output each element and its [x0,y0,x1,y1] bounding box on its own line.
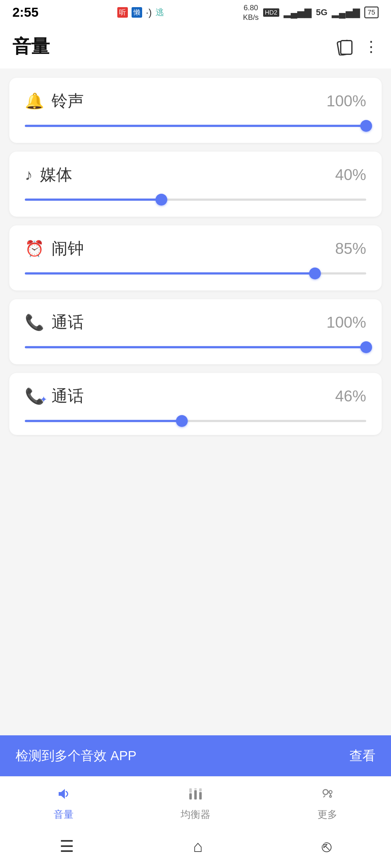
svg-rect-5 [189,788,192,793]
nav-item-equalizer[interactable]: 均衡器 [180,786,211,822]
svg-rect-2 [189,793,192,800]
notif-icon-2: 懒 [132,7,142,18]
bell-icon: 🔔 [25,92,44,110]
alarm-card: ⏰ 闹钟 85% [9,225,382,290]
btcall-thumb[interactable] [176,415,188,427]
call-fill [25,346,366,348]
btcall-slider-container[interactable] [25,420,366,423]
svg-rect-4 [199,792,202,800]
notif-icon-1: 听 [117,7,128,18]
media-card: ♪ 媒体 40% [9,152,382,217]
btcall-percent: 46% [335,387,366,405]
svg-rect-7 [199,788,202,792]
call-card: 📞 通话 100% [9,299,382,364]
more-options-button[interactable]: ⋮ [364,39,379,54]
notif-icon-3: ·) [146,7,152,18]
btcall-label: 通话 [52,385,84,407]
ringtone-card: 🔔 铃声 100% [9,78,382,143]
media-slider-container[interactable] [25,198,366,201]
media-header: ♪ 媒体 40% [25,164,366,186]
system-home-button[interactable]: ⌂ [193,837,203,856]
ringtone-header: 🔔 铃声 100% [25,90,366,112]
nav-item-volume[interactable]: 音量 [54,786,74,822]
btcall-fill [25,420,182,422]
alarm-icon: ⏰ [25,240,44,258]
media-thumb[interactable] [156,194,167,206]
banner-action-button[interactable]: 查看 [350,747,375,765]
system-nav: ☰ ⌂ ⎋ [0,828,391,868]
header-actions: ⋮ [336,37,379,56]
more-nav-icon [319,786,335,805]
svg-rect-3 [194,790,197,800]
volume-nav-icon [56,786,72,805]
status-notif-icons: 听 懒 ·) 逃 [117,6,165,18]
call-label: 通话 [52,312,84,333]
network-speed: 6.80KB/s [243,3,259,22]
signal-bars: ▂▄▅▇ [284,7,312,18]
alarm-percent: 85% [335,240,366,258]
media-label: 媒体 [40,164,72,186]
volume-nav-label: 音量 [54,808,74,822]
ringtone-percent: 100% [327,92,366,110]
alarm-thumb[interactable] [309,268,321,279]
svg-rect-6 [194,788,197,789]
alarm-slider-container[interactable] [25,272,366,275]
ringtone-label-group: 🔔 铃声 [25,90,84,112]
phone-icon: 📞 [25,313,44,331]
status-right: 6.80KB/s HD2 ▂▄▅▇ 5G ▂▄▅▇ 75 [243,3,379,22]
alarm-fill [25,273,315,275]
ringtone-thumb[interactable] [360,120,372,132]
theme-switcher-button[interactable] [336,37,354,56]
call-percent: 100% [327,313,366,331]
status-bar: 2:55 听 懒 ·) 逃 6.80KB/s HD2 ▂▄▅▇ 5G ▂▄▅▇ … [0,0,391,25]
nav-item-more[interactable]: 更多 [317,786,337,822]
svg-rect-1 [341,41,352,54]
app-header: 音量 ⋮ [0,25,391,68]
phone-bt-icon: 📞✦ [25,387,44,405]
system-back-button[interactable]: ⎋ [322,837,331,856]
ringtone-fill [25,125,366,127]
hd2-badge: HD2 [263,8,279,17]
bottom-nav: 音量 均衡器 更多 [0,776,391,828]
music-icon: ♪ [25,166,33,184]
media-percent: 40% [335,166,366,184]
banner-message: 检测到多个音效 APP [16,747,137,765]
status-time: 2:55 [12,5,38,20]
page-title: 音量 [12,34,50,59]
system-menu-button[interactable]: ☰ [60,837,74,856]
call-slider-container[interactable] [25,346,366,349]
equalizer-nav-icon [188,786,203,805]
5g-label: 5G [316,7,327,18]
media-label-group: ♪ 媒体 [25,164,72,186]
more-nav-label: 更多 [317,808,337,822]
bottom-banner: 检测到多个音效 APP 查看 [0,735,391,776]
ringtone-slider-container[interactable] [25,124,366,127]
ringtone-label: 铃声 [52,90,84,112]
alarm-header: ⏰ 闹钟 85% [25,238,366,259]
alarm-label: 闹钟 [52,238,84,259]
main-content: 🔔 铃声 100% ♪ 媒体 40% ⏰ [0,68,391,735]
signal-bars-2: ▂▄▅▇ [332,7,360,18]
btcall-card: 📞✦ 通话 46% [9,373,382,435]
alarm-label-group: ⏰ 闹钟 [25,238,84,259]
call-label-group: 📞 通话 [25,312,84,333]
notif-icon-4: 逃 [156,6,164,18]
battery-indicator: 75 [364,6,379,18]
equalizer-nav-label: 均衡器 [180,808,211,822]
btcall-header: 📞✦ 通话 46% [25,385,366,407]
media-fill [25,199,161,201]
call-thumb[interactable] [360,341,372,353]
btcall-label-group: 📞✦ 通话 [25,385,84,407]
svg-point-8 [323,789,328,795]
call-header: 📞 通话 100% [25,312,366,333]
